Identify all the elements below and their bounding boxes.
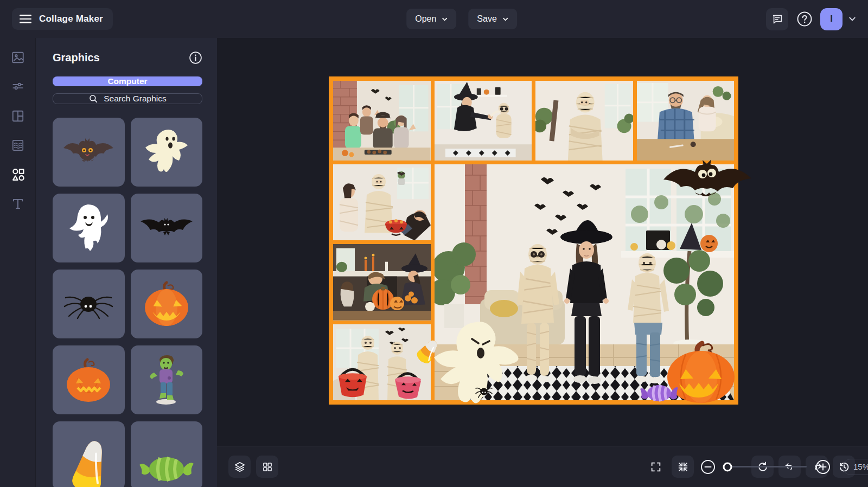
hamburger-icon bbox=[20, 15, 31, 23]
computer-source-button[interactable]: Computer bbox=[53, 76, 202, 86]
graphic-tile-jack-o-lantern[interactable] bbox=[131, 270, 203, 338]
avatar-initial: I bbox=[830, 14, 833, 24]
photo-witch-wrapping-mummy[interactable] bbox=[435, 81, 532, 161]
graphics-grid bbox=[53, 118, 202, 487]
search-icon bbox=[88, 94, 98, 104]
account-menu-chevron[interactable] bbox=[848, 15, 856, 23]
grid-icon bbox=[262, 462, 273, 472]
chevron-down-icon bbox=[848, 15, 856, 23]
graphic-tile-pumpkin[interactable] bbox=[53, 345, 125, 414]
avatar[interactable]: I bbox=[820, 8, 843, 30]
search-graphics-label: Search Graphics bbox=[104, 94, 166, 104]
image-icon bbox=[11, 50, 25, 65]
zoom-out-button[interactable] bbox=[699, 458, 717, 476]
bottom-toolbar bbox=[217, 446, 868, 487]
graphic-tile-zombie[interactable] bbox=[131, 345, 203, 414]
candy-corn-icon bbox=[67, 438, 110, 487]
layers-button[interactable] bbox=[228, 456, 251, 478]
sticker-candy-corn[interactable] bbox=[416, 338, 441, 364]
rail-item-adjust[interactable] bbox=[7, 76, 29, 98]
save-button[interactable]: Save bbox=[468, 9, 516, 29]
rail-item-background[interactable] bbox=[7, 134, 29, 156]
photo-family-cookies[interactable] bbox=[333, 81, 431, 161]
main-menu-button[interactable]: Collage Maker bbox=[12, 8, 113, 30]
workspace bbox=[217, 38, 868, 487]
graphics-panel: Graphics Computer Search Graphics bbox=[36, 38, 217, 487]
brown-bat-icon bbox=[62, 136, 114, 169]
info-button[interactable] bbox=[189, 51, 202, 65]
zoom-level-field[interactable] bbox=[843, 459, 868, 475]
chevron-down-icon bbox=[442, 16, 448, 22]
feedback-bubble-icon bbox=[771, 13, 783, 25]
black-bat-icon bbox=[139, 216, 194, 241]
tool-rail bbox=[0, 38, 36, 487]
jack-o-lantern-icon bbox=[142, 280, 192, 328]
collage[interactable] bbox=[329, 76, 738, 405]
info-icon bbox=[189, 51, 202, 65]
photo-dad-crafting[interactable] bbox=[637, 81, 735, 161]
graphic-tile-brown-bat[interactable] bbox=[53, 118, 125, 187]
zoom-slider[interactable] bbox=[724, 462, 807, 472]
rail-item-text[interactable] bbox=[7, 193, 29, 215]
sticker-small-spider[interactable] bbox=[475, 385, 493, 399]
texture-icon bbox=[11, 138, 25, 152]
photo-mummy-portrait[interactable] bbox=[535, 81, 633, 161]
help-question-icon bbox=[796, 11, 813, 27]
photo-mummies-candy-bowl[interactable] bbox=[333, 164, 431, 240]
sticker-candy[interactable] bbox=[640, 382, 678, 404]
search-graphics-button[interactable]: Search Graphics bbox=[53, 93, 202, 104]
help-button[interactable] bbox=[793, 8, 815, 30]
open-button[interactable]: Open bbox=[406, 9, 456, 29]
zombie-boy-icon bbox=[148, 354, 186, 406]
graphic-tile-black-bat[interactable] bbox=[131, 194, 203, 262]
layout-icon bbox=[11, 109, 25, 123]
zoom-in-icon bbox=[815, 459, 831, 475]
fullscreen-icon bbox=[650, 461, 662, 473]
canvas-area bbox=[217, 38, 868, 446]
rail-item-layout[interactable] bbox=[7, 105, 29, 127]
layers-icon bbox=[234, 461, 246, 473]
app-title: Collage Maker bbox=[39, 14, 103, 24]
topbar: Collage Maker Open Save bbox=[0, 0, 868, 38]
rail-item-graphics[interactable] bbox=[7, 164, 29, 185]
file-actions: Open Save bbox=[406, 9, 517, 29]
shapes-icon bbox=[10, 167, 25, 182]
zoom-in-button[interactable] bbox=[814, 458, 832, 476]
fit-collapse-icon bbox=[677, 461, 689, 473]
photo-pumpkin-carving[interactable] bbox=[333, 244, 431, 320]
panel-title: Graphics bbox=[53, 52, 100, 64]
fit-selection-button[interactable] bbox=[672, 456, 694, 478]
zoom-out-icon bbox=[700, 459, 716, 475]
grid-view-button[interactable] bbox=[256, 456, 278, 478]
zoom-controls bbox=[644, 456, 868, 478]
spider-icon bbox=[62, 288, 114, 321]
graphic-tile-spider[interactable] bbox=[53, 270, 125, 338]
graphic-tile-cream-ghost[interactable] bbox=[131, 118, 203, 187]
collage-maker-app: Collage Maker Open Save bbox=[0, 0, 868, 487]
text-icon bbox=[11, 197, 25, 211]
sliders-icon bbox=[11, 80, 25, 94]
pumpkin-icon bbox=[63, 357, 113, 403]
graphic-tile-green-candy[interactable] bbox=[131, 421, 203, 487]
sticker-big-bat[interactable] bbox=[661, 159, 752, 202]
graphic-tile-candy-corn[interactable] bbox=[53, 421, 125, 487]
zoom-slider-handle[interactable] bbox=[723, 462, 732, 471]
chevron-down-icon bbox=[502, 16, 508, 22]
rail-item-photos[interactable] bbox=[7, 47, 29, 68]
cream-ghost-icon bbox=[143, 128, 190, 177]
white-ghost-icon bbox=[67, 203, 110, 253]
green-candy-icon bbox=[138, 453, 195, 485]
fit-screen-button[interactable] bbox=[644, 456, 667, 478]
feedback-button[interactable] bbox=[766, 8, 788, 30]
topbar-right: I bbox=[766, 8, 856, 30]
graphic-tile-white-ghost[interactable] bbox=[53, 194, 125, 262]
